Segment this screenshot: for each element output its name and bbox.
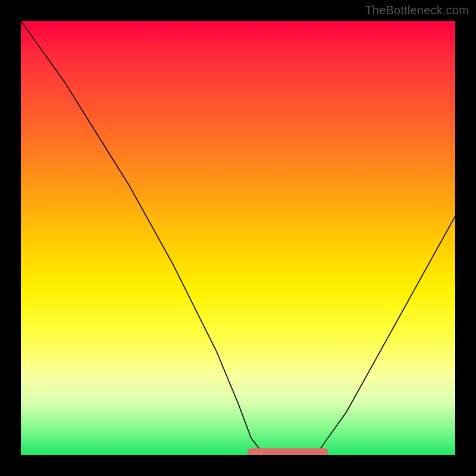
chart-frame: TheBottleneck.com <box>0 0 476 476</box>
bottleneck-curve <box>21 21 455 455</box>
chart-svg <box>21 21 455 455</box>
credit-label: TheBottleneck.com <box>365 4 469 17</box>
plot-area <box>21 21 455 455</box>
